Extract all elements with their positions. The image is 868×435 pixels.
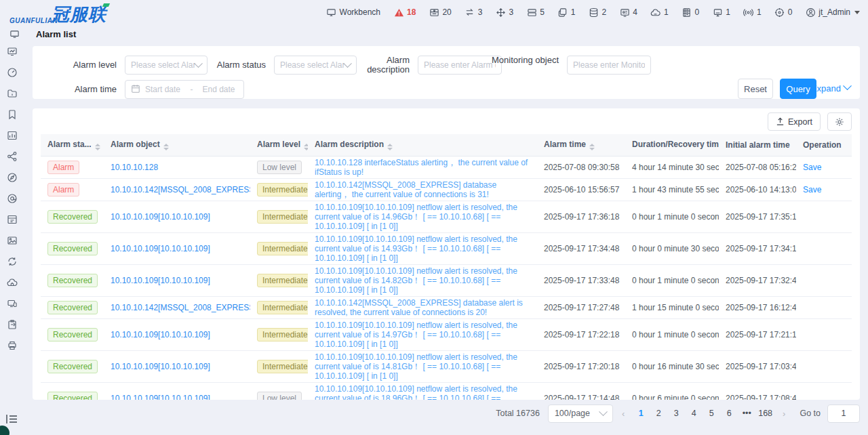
page-3[interactable]: 3 <box>669 407 684 420</box>
alarm-object-link[interactable]: 10.10.10.109[10.10.10.109] <box>111 244 210 253</box>
sidebar-item-nodes[interactable] <box>0 146 24 167</box>
column-label: Initial alarm time <box>726 140 790 150</box>
page-2[interactable]: 2 <box>651 407 666 420</box>
sidebar-collapse-icon[interactable] <box>6 414 18 427</box>
alarm-description-link[interactable]: 10.10.10.128 interfaceStatus alerting， t… <box>315 158 530 177</box>
sidebar-item-cloudhome[interactable] <box>0 272 24 293</box>
sort-icon[interactable] <box>95 144 100 150</box>
counter-host[interactable]: 20 <box>429 7 451 18</box>
counter-desktop[interactable]: 1 <box>712 7 730 18</box>
alarm-object-link[interactable]: 10.10.10.128 <box>111 163 158 172</box>
column-header[interactable]: Alarm level <box>250 134 308 157</box>
goto-page-input[interactable] <box>827 405 860 423</box>
sort-icon[interactable] <box>163 144 169 150</box>
column-header: Duration/Recovery time? <box>625 134 719 157</box>
page-ellipsis[interactable]: ••• <box>739 407 754 420</box>
sort-icon[interactable] <box>387 144 393 150</box>
alarm-object-link[interactable]: 10.10.10.109[10.10.10.109] <box>111 362 210 371</box>
column-header[interactable]: Alarm description <box>308 134 537 157</box>
cell-alarm-object: 10.10.10.142[MSSQL_2008_EXPRESS] <box>104 179 250 201</box>
sidebar-item-monitor[interactable] <box>0 41 24 62</box>
counter-target[interactable]: 0 <box>774 7 793 18</box>
counter-database[interactable]: 2 <box>589 7 607 18</box>
page-4[interactable]: 4 <box>686 407 701 420</box>
monitoring-object-input[interactable]: Please enter Monitoring o <box>567 56 651 75</box>
cell-duration: 0 hour 1 minute 0 second <box>625 319 719 351</box>
alarm-object-link[interactable]: 10.10.10.109[10.10.10.109] <box>111 212 210 222</box>
sidebar-item-chart[interactable] <box>0 125 24 146</box>
counter-os[interactable]: 4 <box>619 7 637 18</box>
alarm-object-link[interactable]: 10.10.10.142[MSSQL_2008_EXPRESS] <box>111 303 250 312</box>
sidebar-item-shield[interactable] <box>0 188 24 209</box>
sort-icon[interactable] <box>304 144 308 150</box>
save-link[interactable]: Save <box>803 163 821 172</box>
workbench-monitor-icon <box>326 7 337 18</box>
counter-rack[interactable]: 0 <box>682 7 700 18</box>
cell-operation <box>796 383 852 400</box>
alarm-description-link[interactable]: 10.10.10.109[10.10.10.109] netflow alert… <box>315 384 530 400</box>
table-toolbar: Export <box>41 112 852 134</box>
alarm-description-link[interactable]: 10.10.10.142[MSSQL_2008_EXPRESS] databas… <box>315 298 530 317</box>
prev-page-button[interactable]: ‹ <box>618 409 628 419</box>
alarm-object-link[interactable]: 10.10.10.109[10.10.10.109] <box>111 330 210 339</box>
tab-monitor-icon[interactable] <box>9 28 20 39</box>
cell-alarm-object: 10.10.10.128 <box>104 157 250 179</box>
next-page-button[interactable]: › <box>779 409 789 419</box>
column-settings-button[interactable] <box>827 112 852 131</box>
cell-operation <box>796 297 852 319</box>
alarm-time-range-picker[interactable]: Start date - End date <box>125 80 244 99</box>
alert-counter[interactable]: 18 <box>393 7 416 18</box>
sidebar-item-printer[interactable] <box>0 335 24 356</box>
sidebar-item-clipboard[interactable] <box>0 314 24 335</box>
counter-server[interactable]: 5 <box>526 7 545 18</box>
sort-icon[interactable] <box>589 144 595 150</box>
alarm-object-link[interactable]: 10.10.10.142[MSSQL_2008_EXPRESS] <box>111 185 250 194</box>
alarm-description-link[interactable]: 10.10.10.109[10.10.10.109] netflow alert… <box>315 234 530 263</box>
sidebar-item-gauge[interactable] <box>0 62 24 83</box>
brand-name-en: GUANFULIAN <box>9 17 58 24</box>
sidebar-item-photo[interactable] <box>0 230 24 251</box>
export-button[interactable]: Export <box>768 112 821 131</box>
user-menu[interactable]: jt_Admin <box>805 7 860 18</box>
cell-alarm-time: 2025-09-17 17:20:18 <box>537 351 625 383</box>
counter-pages[interactable]: 1 <box>557 7 576 18</box>
brand-logo: GUANFULIAN 冠服联 <box>9 3 118 27</box>
floating-helper-ball[interactable] <box>0 426 9 435</box>
page-1[interactable]: 1 <box>633 407 648 420</box>
sidebar-item-panel[interactable] <box>0 209 24 230</box>
page-168[interactable]: 168 <box>757 407 774 420</box>
filter-panel: Alarm level Please select Alarm le Alarm… <box>33 46 860 99</box>
page-5[interactable]: 5 <box>704 407 719 420</box>
cell-operation <box>796 233 852 265</box>
cell-alarm-description: 10.10.10.109[10.10.10.109] netflow alert… <box>308 319 537 351</box>
alarm-description-link[interactable]: 10.10.10.109[10.10.10.109] netflow alert… <box>315 320 530 349</box>
alarm-object-link[interactable]: 10.10.10.109[10.10.10.109] <box>111 276 210 285</box>
level-badge: Intermediate <box>257 301 308 314</box>
sidebar-item-compass[interactable] <box>0 167 24 188</box>
sidebar-item-flag[interactable] <box>0 104 24 125</box>
sidebar-item-sync[interactable] <box>0 251 24 272</box>
column-header[interactable]: Alarm sta... <box>41 134 104 157</box>
sidebar-item-devices[interactable] <box>0 293 24 314</box>
counter-move[interactable]: 3 <box>495 7 513 18</box>
expand-toggle[interactable]: Expand <box>811 83 850 94</box>
workbench-button[interactable]: Workbench <box>326 7 380 18</box>
sidebar-item-report[interactable] <box>0 83 24 104</box>
column-header[interactable]: Alarm object <box>104 134 250 157</box>
alarm-object-link[interactable]: 10.10.10.109[10.10.10.109] <box>111 394 210 400</box>
column-header[interactable]: Alarm time <box>537 134 625 157</box>
page-6[interactable]: 6 <box>722 407 736 420</box>
date-separator: - <box>191 85 193 94</box>
counter-value: 0 <box>788 7 793 17</box>
alarm-description-link[interactable]: 10.10.10.109[10.10.10.109] netflow alert… <box>315 203 530 231</box>
reset-button[interactable]: Reset <box>738 79 773 99</box>
save-link[interactable]: Save <box>803 185 821 194</box>
counter-flow[interactable]: 3 <box>465 7 483 18</box>
counter-cloud[interactable]: 1 <box>650 7 669 18</box>
alarm-description-link[interactable]: 10.10.10.109[10.10.10.109] netflow alert… <box>315 352 530 381</box>
alarm-description-link[interactable]: 10.10.10.109[10.10.10.109] netflow alert… <box>315 266 530 295</box>
counter-broadcast[interactable]: 1 <box>743 7 762 18</box>
page-size-select[interactable]: 100/page <box>548 405 613 423</box>
alarm-description-link[interactable]: 10.10.10.142[MSSQL_2008_EXPRESS] databas… <box>315 180 530 199</box>
table-row: Alarm10.10.10.128Low level10.10.10.128 i… <box>41 157 852 179</box>
